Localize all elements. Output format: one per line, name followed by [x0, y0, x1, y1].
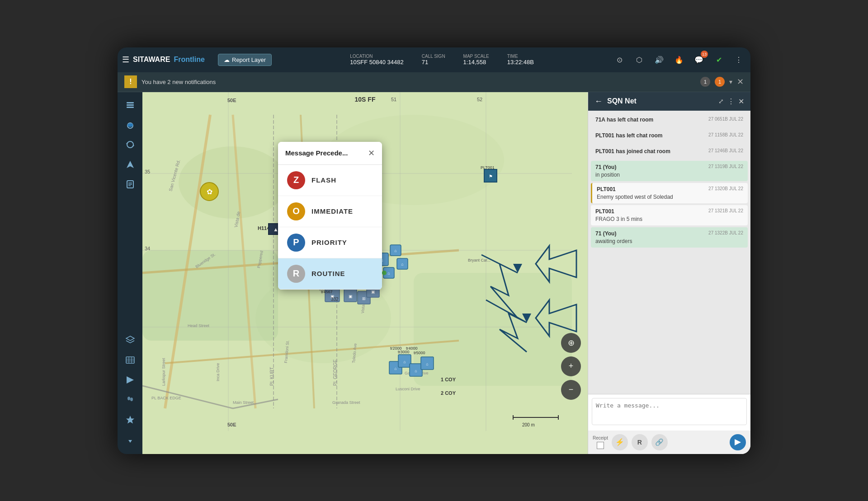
chat-msg-header-plt-1: PLT001 27 1320B JUL 22: [597, 186, 743, 192]
chat-more-icon[interactable]: ⋮: [727, 97, 735, 106]
receipt-checkbox[interactable]: [597, 442, 604, 449]
chat-message-own-1: 71 (You) 27 1319B JUL 22 in position: [591, 161, 748, 181]
svg-marker-129: [735, 439, 741, 445]
sidebar-item-navigate[interactable]: [121, 155, 139, 173]
svg-text:⌂: ⌂: [394, 366, 396, 371]
time-value: 13:22:48B: [507, 59, 534, 66]
cloud-icon: ☁: [224, 56, 230, 63]
chat-text-plt-2: FRAGO 3 in 5 mins: [595, 216, 743, 222]
location-pin-icon[interactable]: ⬡: [632, 52, 646, 67]
svg-text:⊞: ⊞: [362, 296, 366, 301]
sidebar-item-reports[interactable]: [121, 175, 139, 193]
svg-text:332: 332: [331, 297, 339, 302]
sidebar-item-send-arrow[interactable]: [121, 371, 139, 389]
sidebar: [118, 92, 142, 454]
svg-rect-13: [126, 357, 134, 363]
svg-text:PL KURT: PL KURT: [269, 367, 274, 386]
svg-text:▣: ▣: [371, 290, 375, 294]
volume-icon[interactable]: 🔊: [652, 52, 666, 67]
modal-header: Message Precede... ✕: [278, 142, 382, 165]
modal-close-button[interactable]: ✕: [368, 148, 375, 158]
map-controls: ⊕ + −: [561, 333, 581, 400]
chat-text-own-2: awaiting orders: [595, 238, 743, 244]
priority-badge: P: [287, 234, 305, 252]
sidebar-item-favorites[interactable]: [121, 411, 139, 429]
chat-sender-plt-2: PLT001: [595, 208, 614, 215]
topbar-info: LOCATION 10SFF 50840 34482 CALL SIGN 71 …: [275, 54, 609, 66]
sidebar-item-stacked-layers[interactable]: [121, 331, 139, 349]
chat-header: ← SQN Net ⤢ ⋮ ✕: [588, 92, 750, 111]
svg-marker-12: [126, 336, 134, 341]
precedence-priority[interactable]: P PRIORITY: [278, 227, 382, 258]
menu-icon[interactable]: ☰: [122, 55, 129, 65]
chat-back-icon[interactable]: ←: [594, 97, 603, 106]
precedence-routine[interactable]: R ROUTINE: [278, 258, 382, 290]
routine-button[interactable]: R: [632, 434, 648, 450]
chat-messages: 71A has left chat room 27 0651B JUL 22 P…: [588, 111, 750, 394]
send-button[interactable]: [730, 434, 746, 450]
notification-chevron-icon[interactable]: ▾: [729, 78, 732, 85]
location-value: 10SFF 50840 34482: [350, 59, 404, 66]
attachment-button[interactable]: 🔗: [651, 434, 668, 450]
notification-badge-2[interactable]: 1: [715, 77, 725, 87]
svg-text:34: 34: [145, 246, 150, 251]
notification-exclaim-icon: !: [124, 75, 137, 88]
svg-text:⌂: ⌂: [426, 362, 428, 366]
receipt-label: Receipt: [593, 435, 608, 440]
svg-point-105: [382, 271, 387, 275]
location-label: LOCATION: [350, 54, 404, 59]
chat-msg-header-1: 71A has left chat room 27 0651B JUL 22: [595, 117, 743, 123]
svg-marker-22: [128, 440, 132, 443]
more-options-icon[interactable]: ⋮: [731, 52, 746, 67]
zoom-out-button[interactable]: −: [561, 380, 581, 400]
svg-text:35: 35: [145, 169, 150, 174]
check-icon[interactable]: ✔: [712, 52, 726, 67]
callsign-info: CALL SIGN 71: [422, 54, 445, 66]
precedence-immediate[interactable]: O IMMEDIATE: [278, 196, 382, 227]
sidebar-item-expand[interactable]: [121, 432, 139, 450]
flash-button[interactable]: ⚡: [612, 434, 628, 450]
chat-expand-icon[interactable]: ⤢: [718, 98, 724, 105]
chat-sender-own-2: 71 (You): [595, 230, 616, 237]
svg-text:⚑: ⚑: [489, 174, 493, 179]
svg-text:1 COY: 1 COY: [441, 377, 456, 382]
sidebar-item-layers[interactable]: [121, 96, 139, 114]
svg-rect-1: [127, 104, 134, 106]
zoom-in-button[interactable]: +: [561, 356, 581, 376]
sidebar-item-footprint[interactable]: [121, 391, 139, 409]
report-layer-button[interactable]: ☁ Report Layer: [218, 54, 272, 66]
chat-panel: ← SQN Net ⤢ ⋮ ✕ 71A has left chat room 2…: [588, 92, 750, 454]
fire-icon[interactable]: 🔥: [672, 52, 686, 67]
svg-text:50E: 50E: [227, 422, 236, 427]
flash-badge: Z: [287, 171, 305, 189]
svg-text:51: 51: [391, 97, 396, 102]
chat-msg-header-own-1: 71 (You) 27 1319B JUL 22: [595, 164, 743, 170]
svg-text:PL BACK EDGE: PL BACK EDGE: [151, 396, 181, 400]
svg-text:⌂: ⌂: [401, 262, 403, 267]
chat-icon[interactable]: 💬 13: [692, 52, 706, 67]
location-info: LOCATION 10SFF 50840 34482: [350, 54, 404, 66]
chat-close-icon[interactable]: ✕: [738, 97, 744, 106]
map-area[interactable]: 51 52 35 34 50E 50E San Vicente Rd. Vist…: [142, 92, 588, 454]
priority-label: PRIORITY: [311, 239, 347, 246]
chat-text-plt-1: Enemy spotted west of Soledad: [597, 194, 743, 200]
callsign-value: 71: [422, 59, 428, 66]
sidebar-item-sync[interactable]: [121, 136, 139, 154]
precedence-flash[interactable]: Z FLASH: [278, 165, 382, 196]
sidebar-item-map[interactable]: [121, 351, 139, 369]
map-grid-label-top: 10S FF: [355, 96, 376, 103]
chat-input-area: [588, 394, 750, 431]
sidebar-item-cloud[interactable]: [121, 116, 139, 134]
svg-text:tr5000: tr5000: [414, 351, 425, 355]
notification-badge-1[interactable]: 1: [700, 77, 710, 87]
callsign-label: CALL SIGN: [422, 54, 445, 59]
topbar: ☰ SITAWARE Frontline ☁ Report Layer LOCA…: [118, 47, 750, 72]
brand-frontline: Frontline: [174, 56, 204, 64]
notification-close-button[interactable]: ✕: [737, 77, 744, 87]
chat-input-field[interactable]: [592, 398, 747, 425]
chat-time-3: 27 1246B JUL 22: [708, 148, 743, 155]
svg-rect-2: [127, 107, 134, 108]
chat-msg-header-3: PLT001 has joined chat room 27 1246B JUL…: [595, 148, 743, 155]
radio-icon[interactable]: ⊙: [612, 52, 627, 67]
locate-button[interactable]: ⊕: [561, 333, 581, 353]
